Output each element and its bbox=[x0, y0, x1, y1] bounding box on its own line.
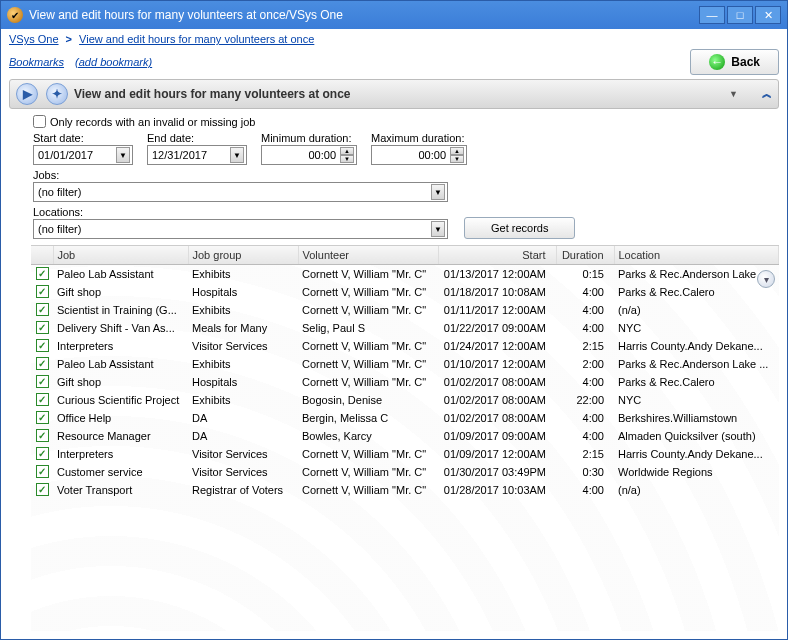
cell-volunteer: Cornett V, William "Mr. C" bbox=[298, 337, 438, 355]
min-duration-input[interactable]: 00:00 ▲▼ bbox=[261, 145, 357, 165]
maximize-button[interactable]: □ bbox=[727, 6, 753, 24]
col-volunteer[interactable]: Volunteer bbox=[298, 246, 438, 265]
cell-job: Gift shop bbox=[53, 283, 188, 301]
breadcrumb-current[interactable]: View and edit hours for many volunteers … bbox=[79, 33, 314, 45]
row-checkbox[interactable]: ✓ bbox=[36, 447, 49, 460]
cell-job-group: Visitor Services bbox=[188, 337, 298, 355]
table-row[interactable]: ✓InterpretersVisitor ServicesCornett V, … bbox=[31, 337, 779, 355]
max-duration-spinner[interactable]: ▲▼ bbox=[450, 147, 464, 163]
col-location[interactable]: Location bbox=[614, 246, 779, 265]
cell-job: Curious Scientific Project bbox=[53, 391, 188, 409]
cell-job: Delivery Shift - Van As... bbox=[53, 319, 188, 337]
row-checkbox[interactable]: ✓ bbox=[36, 375, 49, 388]
cell-start: 01/02/2017 08:00AM bbox=[438, 391, 556, 409]
table-row[interactable]: ✓Office HelpDABergin, Melissa C01/02/201… bbox=[31, 409, 779, 427]
end-date-input[interactable]: 12/31/2017 ▼ bbox=[147, 145, 247, 165]
cell-job: Interpreters bbox=[53, 445, 188, 463]
cell-location: Parks & Rec.Calero bbox=[614, 373, 779, 391]
row-checkbox[interactable]: ✓ bbox=[36, 339, 49, 352]
cell-duration: 2:15 bbox=[556, 337, 614, 355]
breadcrumb-root[interactable]: VSys One bbox=[9, 33, 59, 45]
row-checkbox[interactable]: ✓ bbox=[36, 429, 49, 442]
app-icon: ✔ bbox=[7, 7, 23, 23]
end-date-label: End date: bbox=[147, 132, 247, 144]
panel-header[interactable]: ▶ ✦ View and edit hours for many volunte… bbox=[9, 79, 779, 109]
start-date-input[interactable]: 01/01/2017 ▼ bbox=[33, 145, 133, 165]
row-checkbox[interactable]: ✓ bbox=[36, 321, 49, 334]
cell-start: 01/02/2017 08:00AM bbox=[438, 373, 556, 391]
cell-volunteer: Cornett V, William "Mr. C" bbox=[298, 265, 438, 283]
breadcrumb: VSys One > View and edit hours for many … bbox=[1, 29, 787, 47]
chevron-down-icon[interactable]: ▼ bbox=[230, 147, 244, 163]
row-checkbox[interactable]: ✓ bbox=[36, 465, 49, 478]
invalid-job-checkbox[interactable] bbox=[33, 115, 46, 128]
table-row[interactable]: ✓Customer serviceVisitor ServicesCornett… bbox=[31, 463, 779, 481]
add-bookmark-link[interactable]: (add bookmark) bbox=[75, 56, 152, 68]
cell-job-group: Exhibits bbox=[188, 391, 298, 409]
cell-location: Berkshires.Williamstown bbox=[614, 409, 779, 427]
cell-job: Voter Transport bbox=[53, 481, 188, 499]
table-row[interactable]: ✓Gift shopHospitalsCornett V, William "M… bbox=[31, 283, 779, 301]
locations-filter-select[interactable]: (no filter) ▼ bbox=[33, 219, 448, 239]
cell-duration: 4:00 bbox=[556, 283, 614, 301]
minimize-button[interactable]: — bbox=[699, 6, 725, 24]
cell-job-group: Exhibits bbox=[188, 301, 298, 319]
chevron-down-icon[interactable]: ▼ bbox=[431, 184, 445, 200]
table-row[interactable]: ✓Gift shopHospitalsCornett V, William "M… bbox=[31, 373, 779, 391]
jobs-filter-select[interactable]: (no filter) ▼ bbox=[33, 182, 448, 202]
cell-job-group: Visitor Services bbox=[188, 463, 298, 481]
cell-volunteer: Cornett V, William "Mr. C" bbox=[298, 373, 438, 391]
bookmarks-link[interactable]: Bookmarks bbox=[9, 56, 64, 68]
cell-start: 01/02/2017 08:00AM bbox=[438, 409, 556, 427]
panel-dropdown-icon[interactable]: ▼ bbox=[729, 89, 738, 99]
cell-duration: 4:00 bbox=[556, 427, 614, 445]
cell-job-group: Meals for Many bbox=[188, 319, 298, 337]
col-duration[interactable]: Duration bbox=[556, 246, 614, 265]
row-checkbox[interactable]: ✓ bbox=[36, 303, 49, 316]
table-row[interactable]: ✓Resource ManagerDABowles, Karcy01/09/20… bbox=[31, 427, 779, 445]
col-check[interactable] bbox=[31, 246, 53, 265]
chevron-down-icon[interactable]: ▼ bbox=[116, 147, 130, 163]
row-checkbox[interactable]: ✓ bbox=[36, 411, 49, 424]
table-row[interactable]: ✓Voter TransportRegistrar of VotersCorne… bbox=[31, 481, 779, 499]
cell-start: 01/11/2017 12:00AM bbox=[438, 301, 556, 319]
row-checkbox[interactable]: ✓ bbox=[36, 483, 49, 496]
cell-job: Office Help bbox=[53, 409, 188, 427]
cell-start: 01/24/2017 12:00AM bbox=[438, 337, 556, 355]
col-job-group[interactable]: Job group bbox=[188, 246, 298, 265]
collapse-icon[interactable]: ︽ bbox=[762, 91, 772, 97]
cell-job: Paleo Lab Assistant bbox=[53, 355, 188, 373]
app-window: ✔ View and edit hours for many volunteer… bbox=[0, 0, 788, 640]
col-job[interactable]: Job bbox=[53, 246, 188, 265]
row-checkbox[interactable]: ✓ bbox=[36, 357, 49, 370]
back-button[interactable]: ← Back bbox=[690, 49, 779, 75]
cell-volunteer: Cornett V, William "Mr. C" bbox=[298, 283, 438, 301]
table-header-row: Job Job group Volunteer Start Duration L… bbox=[31, 246, 779, 265]
back-arrow-icon: ← bbox=[709, 54, 725, 70]
play-icon[interactable]: ▶ bbox=[16, 83, 38, 105]
row-checkbox[interactable]: ✓ bbox=[36, 393, 49, 406]
cell-duration: 22:00 bbox=[556, 391, 614, 409]
close-button[interactable]: ✕ bbox=[755, 6, 781, 24]
table-row[interactable]: ✓InterpretersVisitor ServicesCornett V, … bbox=[31, 445, 779, 463]
min-duration-spinner[interactable]: ▲▼ bbox=[340, 147, 354, 163]
jobs-label: Jobs: bbox=[33, 169, 755, 181]
cell-start: 01/13/2017 12:00AM bbox=[438, 265, 556, 283]
table-row[interactable]: ✓Paleo Lab AssistantExhibitsCornett V, W… bbox=[31, 265, 779, 283]
cell-job-group: Exhibits bbox=[188, 355, 298, 373]
chevron-down-icon[interactable]: ▼ bbox=[431, 221, 445, 237]
table-row[interactable]: ✓Scientist in Training (G...ExhibitsCorn… bbox=[31, 301, 779, 319]
cell-job: Interpreters bbox=[53, 337, 188, 355]
table-row[interactable]: ✓Paleo Lab AssistantExhibitsCornett V, W… bbox=[31, 355, 779, 373]
table-row[interactable]: ✓Curious Scientific ProjectExhibitsBogos… bbox=[31, 391, 779, 409]
get-records-button[interactable]: Get records bbox=[464, 217, 575, 239]
col-start[interactable]: Start bbox=[438, 246, 556, 265]
max-duration-input[interactable]: 00:00 ▲▼ bbox=[371, 145, 467, 165]
titlebar[interactable]: ✔ View and edit hours for many volunteer… bbox=[1, 1, 787, 29]
table-row[interactable]: ✓Delivery Shift - Van As...Meals for Man… bbox=[31, 319, 779, 337]
cell-job: Customer service bbox=[53, 463, 188, 481]
funnel-icon[interactable]: ▾ bbox=[757, 270, 775, 288]
row-checkbox[interactable]: ✓ bbox=[36, 267, 49, 280]
filters-panel: Only records with an invalid or missing … bbox=[1, 109, 787, 243]
row-checkbox[interactable]: ✓ bbox=[36, 285, 49, 298]
